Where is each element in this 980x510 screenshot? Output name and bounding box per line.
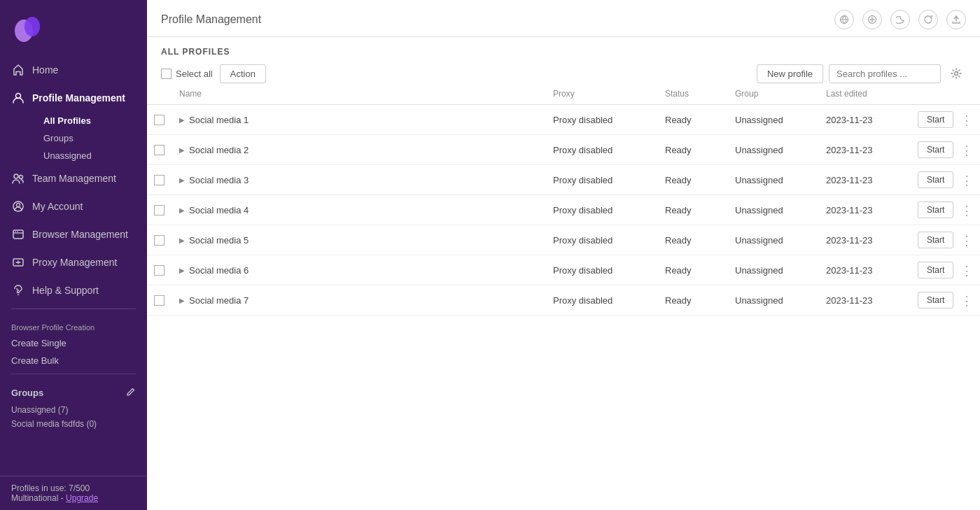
expander-arrow-icon: ▶ bbox=[179, 206, 185, 214]
table-settings-button[interactable] bbox=[946, 64, 966, 83]
proxy-icon bbox=[11, 255, 25, 269]
refresh-button[interactable] bbox=[918, 10, 938, 29]
row-name: Social media 1 bbox=[189, 115, 248, 125]
new-profile-button[interactable]: New profile bbox=[757, 64, 823, 83]
th-group: Group bbox=[728, 83, 819, 105]
sidebar-bottom: Profiles in use: 7/500 Multinational - U… bbox=[0, 476, 147, 510]
row-status: Ready bbox=[665, 115, 692, 125]
more-options-icon[interactable]: ⋮ bbox=[960, 173, 973, 187]
row-proxy: Proxy disabled bbox=[553, 145, 612, 155]
start-button[interactable]: Start bbox=[918, 201, 953, 218]
more-options-icon[interactable]: ⋮ bbox=[960, 264, 973, 278]
sidebar: Home Profile Management All Profiles Gro… bbox=[0, 0, 147, 510]
sidebar-sub-groups[interactable]: Groups bbox=[32, 129, 147, 147]
row-name-cell: ▶ Social media 3 bbox=[172, 165, 546, 195]
start-button[interactable]: Start bbox=[918, 292, 953, 309]
add-circle-button[interactable] bbox=[862, 10, 882, 29]
row-last-edited-cell: 2023-11-23 bbox=[819, 285, 910, 316]
row-checkbox-cell bbox=[147, 285, 172, 316]
row-expander[interactable]: ▶ Social media 6 bbox=[179, 265, 248, 276]
start-button[interactable]: Start bbox=[918, 111, 953, 128]
start-button[interactable]: Start bbox=[918, 141, 953, 158]
groups-list-item-unassigned[interactable]: Unassigned (7) bbox=[11, 403, 136, 417]
more-options-icon[interactable]: ⋮ bbox=[960, 294, 973, 308]
sidebar-create-bulk[interactable]: Create Bulk bbox=[0, 352, 147, 369]
plan-info: Multinational - Upgrade bbox=[11, 493, 136, 503]
profiles-table: Name Proxy Status Group Last edited ▶ So… bbox=[147, 83, 980, 316]
row-name-cell: ▶ Social media 5 bbox=[172, 225, 546, 255]
sidebar-item-my-account[interactable]: My Account bbox=[0, 192, 147, 220]
expander-arrow-icon: ▶ bbox=[179, 116, 185, 124]
select-all-wrap[interactable]: Select all bbox=[161, 69, 213, 79]
svg-point-14 bbox=[955, 72, 958, 76]
groups-edit-icon[interactable] bbox=[126, 387, 136, 399]
row-last-edited-cell: 2023-11-23 bbox=[819, 255, 910, 285]
sidebar-sub-unassigned[interactable]: Unassigned bbox=[32, 147, 147, 164]
toolbar: Select all Action New profile bbox=[161, 64, 966, 83]
sidebar-create-single[interactable]: Create Single bbox=[0, 334, 147, 352]
row-expander[interactable]: ▶ Social media 7 bbox=[179, 295, 248, 306]
row-group: Unassigned bbox=[735, 145, 783, 155]
more-options-icon[interactable]: ⋮ bbox=[960, 204, 973, 218]
search-input[interactable] bbox=[829, 64, 941, 83]
row-actions-cell: Start ⋮ bbox=[910, 285, 980, 316]
svg-point-9 bbox=[17, 231, 18, 232]
row-expander[interactable]: ▶ Social media 4 bbox=[179, 205, 248, 215]
globe-refresh-button[interactable] bbox=[834, 10, 854, 29]
more-options-icon[interactable]: ⋮ bbox=[960, 113, 973, 127]
row-checkbox[interactable] bbox=[154, 265, 164, 276]
more-options-icon[interactable]: ⋮ bbox=[960, 143, 973, 157]
profiles-in-use: Profiles in use: 7/500 bbox=[11, 483, 136, 493]
moon-button[interactable] bbox=[890, 10, 910, 29]
select-all-checkbox[interactable] bbox=[161, 69, 172, 79]
row-checkbox[interactable] bbox=[154, 205, 164, 215]
profile-management-subnav: All Profiles Groups Unassigned bbox=[0, 112, 147, 164]
row-last-edited: 2023-11-23 bbox=[826, 145, 873, 155]
sidebar-sub-all-profiles[interactable]: All Profiles bbox=[32, 112, 147, 129]
row-name-cell: ▶ Social media 1 bbox=[172, 105, 546, 135]
sidebar-item-browser-management[interactable]: Browser Management bbox=[0, 220, 147, 248]
row-last-edited-cell: 2023-11-23 bbox=[819, 195, 910, 225]
expander-arrow-icon: ▶ bbox=[179, 236, 185, 244]
row-checkbox-cell bbox=[147, 225, 172, 255]
svg-point-3 bbox=[14, 174, 18, 178]
more-options-icon[interactable]: ⋮ bbox=[960, 234, 973, 248]
sidebar-navigation: Home Profile Management All Profiles Gro… bbox=[0, 56, 147, 476]
table-row: ▶ Social media 7 Proxy disabled Ready Un… bbox=[147, 285, 980, 316]
row-expander[interactable]: ▶ Social media 3 bbox=[179, 175, 248, 185]
row-expander[interactable]: ▶ Social media 5 bbox=[179, 235, 248, 246]
row-expander[interactable]: ▶ Social media 1 bbox=[179, 115, 248, 125]
row-checkbox-cell bbox=[147, 105, 172, 135]
table-row: ▶ Social media 4 Proxy disabled Ready Un… bbox=[147, 195, 980, 225]
row-status: Ready bbox=[665, 145, 692, 155]
table-row: ▶ Social media 2 Proxy disabled Ready Un… bbox=[147, 135, 980, 165]
row-actions-cell: Start ⋮ bbox=[910, 105, 980, 135]
row-expander[interactable]: ▶ Social media 2 bbox=[179, 145, 248, 155]
row-checkbox[interactable] bbox=[154, 115, 164, 125]
row-last-edited-cell: 2023-11-23 bbox=[819, 105, 910, 135]
row-status-cell: Ready bbox=[658, 285, 728, 316]
row-checkbox[interactable] bbox=[154, 145, 164, 155]
row-checkbox[interactable] bbox=[154, 295, 164, 306]
sidebar-item-profile-management[interactable]: Profile Management bbox=[0, 84, 147, 112]
row-checkbox[interactable] bbox=[154, 175, 164, 185]
action-button[interactable]: Action bbox=[220, 64, 266, 83]
table-row: ▶ Social media 6 Proxy disabled Ready Un… bbox=[147, 255, 980, 285]
row-status-cell: Ready bbox=[658, 255, 728, 285]
start-button[interactable]: Start bbox=[918, 171, 953, 188]
row-proxy-cell: Proxy disabled bbox=[546, 165, 658, 195]
groups-list-item-social-media[interactable]: Social media fsdfds (0) bbox=[11, 417, 136, 431]
sidebar-item-proxy-management[interactable]: Proxy Management bbox=[0, 248, 147, 276]
start-button[interactable]: Start bbox=[918, 262, 953, 278]
start-button[interactable]: Start bbox=[918, 232, 953, 248]
row-status-cell: Ready bbox=[658, 195, 728, 225]
export-button[interactable] bbox=[946, 10, 966, 29]
row-proxy: Proxy disabled bbox=[553, 175, 612, 185]
th-last-edited: Last edited bbox=[819, 83, 910, 105]
sidebar-item-home[interactable]: Home bbox=[0, 56, 147, 84]
upgrade-link[interactable]: Upgrade bbox=[66, 493, 98, 503]
sidebar-item-team-management[interactable]: Team Management bbox=[0, 164, 147, 192]
sidebar-item-help-support[interactable]: Help & Support bbox=[0, 276, 147, 304]
row-checkbox[interactable] bbox=[154, 235, 164, 246]
row-group-cell: Unassigned bbox=[728, 225, 819, 255]
